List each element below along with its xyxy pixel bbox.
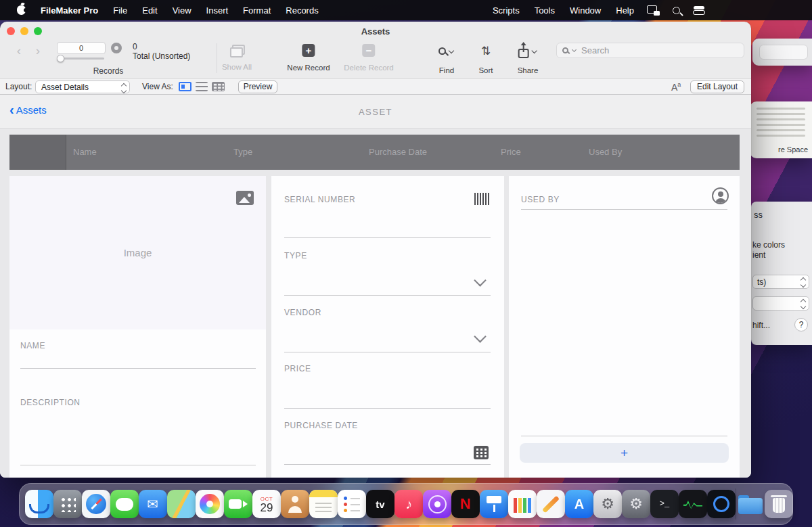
menu-edit[interactable]: Edit <box>135 0 164 20</box>
search-input[interactable] <box>581 45 738 55</box>
developer-app-dock-icon[interactable] <box>707 490 736 518</box>
utility-dock-icon[interactable]: ⚙ <box>622 490 650 518</box>
form-view-button[interactable] <box>179 82 191 91</box>
dropdown-fragment[interactable]: ts) <box>752 275 809 289</box>
preview-button[interactable]: Preview <box>238 81 277 93</box>
background-field-fragment <box>759 45 808 60</box>
control-center-button[interactable] <box>687 0 710 20</box>
sort-button[interactable]: Sort <box>478 42 493 74</box>
calendar-dock-icon[interactable]: OCT 29 <box>252 490 281 518</box>
charts-dock-icon[interactable] <box>508 490 537 518</box>
spotlight-button[interactable] <box>664 0 687 20</box>
tv-glyph: tv <box>376 499 384 509</box>
app-store-dock-icon[interactable]: A <box>565 490 593 518</box>
system-preferences-dock-icon[interactable]: ⚙ <box>593 490 622 518</box>
photos-dock-icon[interactable] <box>196 490 224 518</box>
type-label: TYPE <box>284 251 307 260</box>
notes-dock-icon[interactable] <box>309 490 338 518</box>
vendor-dropdown-chevron-icon[interactable] <box>474 332 487 343</box>
launchpad-dock-icon[interactable] <box>53 490 82 518</box>
plus-icon <box>302 44 315 57</box>
new-record-label: New Record <box>287 64 330 72</box>
price-field[interactable] <box>284 386 491 409</box>
menu-help[interactable]: Help <box>608 0 641 20</box>
share-icon <box>518 49 529 58</box>
menu-records[interactable]: Records <box>278 0 325 20</box>
current-record-field[interactable]: 0 <box>57 42 106 54</box>
next-record-button[interactable]: › <box>31 43 45 58</box>
records-label: Records <box>93 66 124 76</box>
safari-dock-icon[interactable] <box>82 490 110 518</box>
terminal-dock-icon[interactable]: >_ <box>650 490 679 518</box>
show-all-icon <box>230 45 244 56</box>
table-view-button[interactable] <box>212 82 225 91</box>
chevron-down-icon <box>449 48 455 54</box>
menu-insert[interactable]: Insert <box>199 0 236 20</box>
menu-tools[interactable]: Tools <box>527 0 562 20</box>
menu-view[interactable]: View <box>165 0 199 20</box>
apple-menu[interactable] <box>9 0 33 20</box>
title-bar[interactable]: Assets <box>0 22 751 41</box>
previous-record-button[interactable]: ‹ <box>12 43 26 58</box>
record-slider[interactable] <box>58 58 104 60</box>
record-slider-knob[interactable] <box>57 55 64 62</box>
name-field[interactable] <box>20 348 256 369</box>
keynote-dock-icon[interactable] <box>480 490 508 518</box>
menu-file[interactable]: File <box>106 0 135 20</box>
tips-text-line <box>757 108 805 110</box>
share-button[interactable]: Share <box>518 42 539 74</box>
vendor-field[interactable] <box>284 331 491 352</box>
search-field[interactable] <box>556 43 744 58</box>
maps-dock-icon[interactable] <box>167 490 196 518</box>
total-status: Total (Unsorted) <box>133 51 190 61</box>
podcasts-dock-icon[interactable] <box>423 490 451 518</box>
mail-dock-icon[interactable]: ✉ <box>139 490 167 518</box>
serial-number-field[interactable] <box>284 216 491 238</box>
layout-content: ‹ Assets ASSET Name Type Purchase Date P… <box>0 95 751 478</box>
graphics-app-dock-icon[interactable] <box>537 490 565 518</box>
find-button[interactable]: Find <box>438 42 455 74</box>
new-record-button[interactable]: New Record <box>287 42 330 72</box>
type-dropdown-chevron-icon[interactable] <box>474 276 487 287</box>
tips-text-line <box>757 113 805 115</box>
type-field[interactable] <box>284 274 491 296</box>
menu-scripts[interactable]: Scripts <box>485 0 527 20</box>
list-view-button[interactable] <box>196 82 208 91</box>
apple-tv-dock-icon[interactable]: tv <box>366 490 394 518</box>
activity-monitor-dock-icon[interactable] <box>679 490 707 518</box>
help-button[interactable]: ? <box>794 318 808 331</box>
settings-window-fragment: ss ke colors ient ts) hift... ? <box>751 202 812 345</box>
menu-window[interactable]: Window <box>562 0 608 20</box>
app-menu[interactable]: FileMaker Pro <box>33 0 106 20</box>
format-glyph-a: A <box>671 82 677 93</box>
displays-menu-button[interactable] <box>641 0 664 20</box>
description-field[interactable] <box>20 405 256 465</box>
used-by-portal[interactable] <box>521 210 727 436</box>
music-dock-icon[interactable]: ♪ <box>394 490 423 518</box>
netflix-dock-icon[interactable]: N <box>451 490 480 518</box>
table-header-corner <box>9 135 66 170</box>
dropdown-fragment[interactable] <box>752 296 809 311</box>
calendar-icon[interactable] <box>474 446 489 459</box>
image-container-field[interactable]: Image <box>9 176 266 329</box>
column-header-type: Type <box>233 147 252 157</box>
contacts-dock-icon[interactable] <box>281 490 309 518</box>
found-set-pie-icon[interactable] <box>111 43 122 53</box>
delete-record-button[interactable]: Delete Record <box>344 42 394 72</box>
layout-popup[interactable]: Asset Details <box>35 81 130 93</box>
purchase-date-field[interactable] <box>284 442 491 465</box>
messages-dock-icon[interactable] <box>110 490 139 518</box>
trash-dock-icon[interactable] <box>765 490 793 518</box>
formatting-bar-button[interactable]: Aa <box>671 81 681 93</box>
finder-dock-icon[interactable] <box>25 490 53 518</box>
add-row-button[interactable]: + <box>520 443 729 463</box>
reminders-dock-icon[interactable] <box>338 490 366 518</box>
menu-format[interactable]: Format <box>235 0 278 20</box>
status-toolbar: ‹ › 0 0 Total (Unsorted) Records Show Al… <box>0 41 751 78</box>
find-label: Find <box>439 66 454 74</box>
edit-layout-button[interactable]: Edit Layout <box>690 81 744 93</box>
show-all-button[interactable]: Show All <box>222 42 252 71</box>
downloads-folder-dock-icon[interactable] <box>736 490 765 518</box>
facetime-dock-icon[interactable] <box>224 490 252 518</box>
app-store-letter: A <box>574 497 584 511</box>
